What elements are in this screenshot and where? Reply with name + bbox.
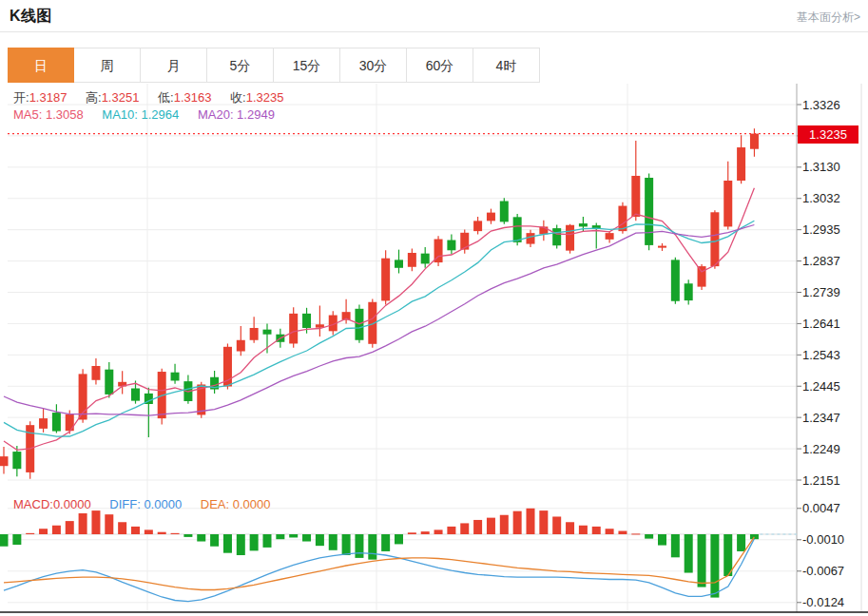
candle-body[interactable] <box>579 223 588 226</box>
candle-body[interactable] <box>737 147 745 181</box>
candle-body[interactable] <box>671 260 680 300</box>
macd-bar[interactable] <box>631 533 640 534</box>
tab-5min[interactable]: 5分 <box>207 48 274 83</box>
macd-bar[interactable] <box>263 534 272 548</box>
macd-bar[interactable] <box>527 509 535 534</box>
candle-body[interactable] <box>631 176 640 217</box>
candle-body[interactable] <box>473 221 482 231</box>
macd-bar[interactable] <box>316 534 324 546</box>
macd-bar[interactable] <box>183 534 192 537</box>
macd-bar[interactable] <box>698 534 706 587</box>
macd-bar[interactable] <box>395 534 403 544</box>
candle-body[interactable] <box>105 370 113 395</box>
candle-body[interactable] <box>606 233 614 240</box>
candle-body[interactable] <box>552 228 561 245</box>
macd-bar[interactable] <box>368 534 376 560</box>
macd-bar[interactable] <box>723 534 732 576</box>
candle-body[interactable] <box>0 456 9 466</box>
macd-bar[interactable] <box>66 521 74 534</box>
tab-30min[interactable]: 30分 <box>340 48 407 83</box>
candle-body[interactable] <box>408 253 416 267</box>
candle-body[interactable] <box>237 340 245 352</box>
candle-body[interactable] <box>381 259 390 301</box>
macd-bar[interactable] <box>737 534 745 551</box>
macd-bar[interactable] <box>342 534 351 555</box>
candle-body[interactable] <box>698 266 706 287</box>
macd-bar[interactable] <box>250 534 259 550</box>
candle-body[interactable] <box>289 314 298 344</box>
macd-bar[interactable] <box>210 534 219 547</box>
macd-bar[interactable] <box>513 511 522 534</box>
macd-bar[interactable] <box>473 520 482 534</box>
macd-bar[interactable] <box>91 510 100 534</box>
macd-bar[interactable] <box>539 510 548 534</box>
tab-week[interactable]: 周 <box>74 48 141 83</box>
candle-body[interactable] <box>685 283 693 300</box>
macd-bar[interactable] <box>592 527 601 534</box>
candle-body[interactable] <box>723 181 732 226</box>
macd-bar[interactable] <box>710 534 719 598</box>
macd-bar[interactable] <box>447 527 455 534</box>
macd-bar[interactable] <box>645 534 653 539</box>
macd-bar[interactable] <box>289 534 298 537</box>
macd-bar[interactable] <box>500 515 509 534</box>
macd-bar[interactable] <box>131 527 140 534</box>
macd-bar[interactable] <box>658 534 666 546</box>
macd-bar[interactable] <box>197 534 205 542</box>
tab-day[interactable]: 日 <box>8 48 74 83</box>
candle-body[interactable] <box>91 366 100 380</box>
candle-body[interactable] <box>39 418 48 429</box>
candle-body[interactable] <box>710 212 719 266</box>
candle-body[interactable] <box>500 202 509 222</box>
candle-body[interactable] <box>131 389 140 401</box>
tab-4hour[interactable]: 4时 <box>473 48 540 83</box>
candle-body[interactable] <box>513 217 522 242</box>
macd-bar[interactable] <box>26 533 34 534</box>
macd-bar[interactable] <box>606 529 614 534</box>
macd-bar[interactable] <box>158 532 166 534</box>
macd-bar[interactable] <box>0 534 9 547</box>
candle-body[interactable] <box>487 213 495 221</box>
candle-body[interactable] <box>12 452 21 469</box>
candle-body[interactable] <box>527 233 535 243</box>
macd-bar[interactable] <box>52 526 61 534</box>
macd-bar[interactable] <box>329 534 338 550</box>
macd-bar[interactable] <box>750 534 759 539</box>
macd-bar[interactable] <box>566 522 574 534</box>
macd-bar[interactable] <box>487 518 495 534</box>
macd-bar[interactable] <box>434 529 443 534</box>
candle-body[interactable] <box>395 260 403 267</box>
macd-bar[interactable] <box>381 534 390 551</box>
macd-bar[interactable] <box>685 534 693 573</box>
candle-body[interactable] <box>52 413 61 431</box>
macd-bar[interactable] <box>145 529 153 534</box>
candle-body[interactable] <box>250 328 259 340</box>
macd-bar[interactable] <box>579 526 588 534</box>
macd-bar[interactable] <box>302 534 311 542</box>
macd-bar[interactable] <box>355 534 363 558</box>
macd-bar[interactable] <box>276 534 284 539</box>
macd-bar[interactable] <box>460 523 469 534</box>
macd-bar[interactable] <box>618 531 627 534</box>
tab-15min[interactable]: 15分 <box>274 48 340 83</box>
fundamental-analysis-link[interactable]: 基本面分析> <box>797 10 860 26</box>
macd-bar[interactable] <box>105 514 113 534</box>
candle-body[interactable] <box>447 241 455 251</box>
candle-body[interactable] <box>645 178 653 245</box>
macd-bar[interactable] <box>118 522 126 534</box>
macd-bar[interactable] <box>12 534 21 545</box>
candle-body[interactable] <box>566 225 574 251</box>
candle-body[interactable] <box>750 134 759 149</box>
macd-bar[interactable] <box>171 533 180 534</box>
candle-body[interactable] <box>421 254 430 264</box>
macd-bar[interactable] <box>79 513 87 534</box>
macd-bar[interactable] <box>408 532 416 534</box>
candle-body[interactable] <box>302 314 311 328</box>
tab-month[interactable]: 月 <box>141 48 207 83</box>
macd-bar[interactable] <box>421 531 430 534</box>
macd-bar[interactable] <box>671 534 680 557</box>
tab-60min[interactable]: 60分 <box>407 48 473 83</box>
macd-bar[interactable] <box>552 516 561 534</box>
macd-bar[interactable] <box>223 534 232 553</box>
macd-bar[interactable] <box>237 534 245 555</box>
